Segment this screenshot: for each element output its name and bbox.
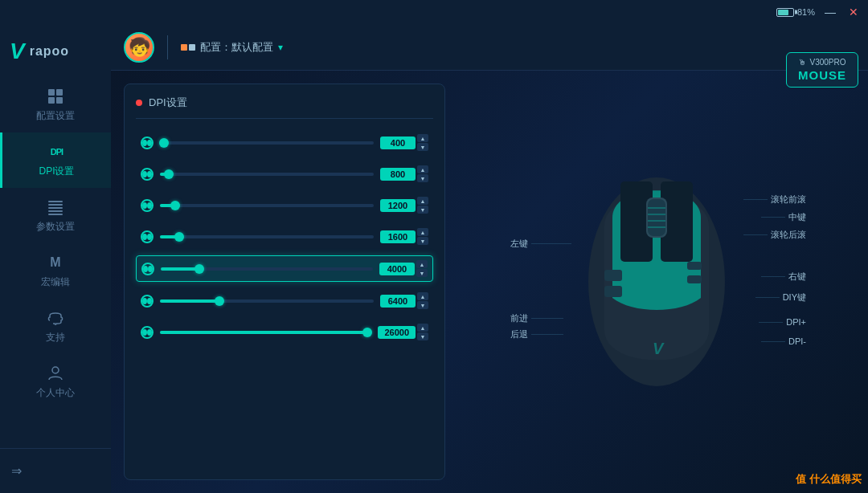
sidebar-label-config: 配置设置 — [36, 109, 75, 123]
mouse-svg: V — [560, 121, 753, 410]
stepper-down-1[interactable]: ▼ — [417, 143, 428, 151]
stepper-down-7[interactable]: ▼ — [417, 332, 428, 340]
battery-icon — [776, 8, 794, 17]
stepper-down-2[interactable]: ▼ — [417, 174, 428, 182]
slider-track-4 — [160, 235, 374, 238]
slider-container-6[interactable] — [160, 295, 374, 308]
slider-container-5[interactable] — [161, 263, 373, 275]
label-left-btn: 左键 — [510, 238, 571, 250]
support-icon — [46, 308, 65, 328]
dpi-stepper-4: ▲ ▼ — [417, 228, 428, 245]
svg-rect-22 — [604, 270, 622, 281]
slider-thumb-1[interactable] — [159, 138, 169, 148]
profile-icon — [46, 364, 65, 383]
logo-v-icon: V — [10, 39, 25, 64]
stepper-down-6[interactable]: ▼ — [417, 301, 428, 309]
dpi-value-4: 1600 — [380, 230, 416, 243]
main-content: 🧒 配置：默认配置 ▾ 🖱 V300PRO MOUSE DPI设置 — [111, 24, 868, 493]
radio-btn-6[interactable] — [141, 295, 154, 308]
stepper-up-5[interactable]: ▲ — [416, 260, 428, 268]
dropdown-arrow-icon[interactable]: ▾ — [278, 42, 283, 53]
stepper-up-4[interactable]: ▲ — [417, 228, 428, 236]
stepper-down-5[interactable]: ▼ — [416, 269, 428, 277]
battery-fill — [778, 10, 789, 15]
dpi-row-1[interactable]: 400 ▲ ▼ — [136, 130, 433, 155]
radio-btn-3[interactable] — [141, 199, 154, 212]
radio-btn-1[interactable] — [141, 136, 154, 149]
title-bar: 81% — ✕ — [0, 0, 868, 24]
slider-thumb-2[interactable] — [164, 169, 174, 179]
sidebar-item-profile[interactable]: 个人中心 — [0, 354, 111, 409]
radio-btn-4[interactable] — [141, 230, 154, 243]
sidebar-item-support[interactable]: 支持 — [0, 299, 111, 354]
dpi-value-box-6: 6400 ▲ ▼ — [380, 292, 428, 309]
stepper-down-4[interactable]: ▼ — [417, 237, 428, 245]
slider-container-4[interactable] — [160, 230, 374, 243]
label-scroll-down: 滚轮后滚 — [743, 229, 806, 241]
dpi-value-5: 4000 — [379, 263, 415, 275]
dpi-icon: DPI — [47, 142, 67, 161]
sidebar-item-params[interactable]: 参数设置 — [0, 188, 111, 243]
svg-rect-3 — [56, 97, 63, 104]
slider-thumb-3[interactable] — [170, 201, 180, 210]
stepper-up-3[interactable]: ▲ — [417, 197, 428, 205]
dpi-panel: DPI设置 400 ▲ ▼ — [124, 84, 445, 480]
stepper-up-7[interactable]: ▲ — [417, 324, 428, 332]
slider-container-3[interactable] — [160, 199, 374, 212]
slider-container-1[interactable] — [160, 136, 374, 149]
avatar[interactable]: 🧒 — [124, 32, 154, 63]
slider-track-5 — [161, 267, 373, 271]
nav-bottom-icon: ⇒ — [11, 463, 22, 479]
sidebar-label-params: 参数设置 — [36, 220, 75, 234]
svg-point-9 — [52, 367, 59, 373]
svg-rect-1 — [56, 89, 63, 96]
label-right-btn: 右键 — [761, 271, 806, 283]
slider-thumb-6[interactable] — [215, 296, 224, 306]
sidebar-label-profile: 个人中心 — [36, 386, 75, 400]
minimize-button[interactable]: — — [821, 4, 839, 20]
dpi-value-6: 6400 — [380, 295, 416, 308]
dpi-row-5[interactable]: 4000 ▲ ▼ — [136, 255, 433, 282]
dpi-value-7: 26000 — [378, 326, 416, 339]
profile-selector[interactable]: 配置：默认配置 ▾ — [181, 40, 283, 55]
dpi-row-2[interactable]: 800 ▲ ▼ — [136, 161, 433, 186]
stepper-up-1[interactable]: ▲ — [417, 134, 428, 142]
dpi-value-2: 800 — [380, 168, 416, 181]
dpi-stepper-3: ▲ ▼ — [417, 197, 428, 214]
sidebar-nav-bottom-item[interactable]: ⇒ — [6, 458, 104, 483]
slider-thumb-5[interactable] — [194, 264, 204, 274]
close-button[interactable]: ✕ — [845, 4, 862, 20]
sidebar-item-config[interactable]: 配置设置 — [0, 77, 111, 132]
sidebar-item-macro[interactable]: M 宏编辑 — [0, 243, 111, 299]
slider-track-2 — [160, 173, 374, 176]
dpi-panel-title: DPI设置 — [149, 96, 187, 110]
dpi-row-4[interactable]: 1600 ▲ ▼ — [136, 224, 433, 249]
radio-btn-2[interactable] — [141, 168, 154, 181]
slider-track-6 — [160, 299, 374, 303]
logo-rapoo-text: rapoo — [30, 44, 69, 59]
label-forward: 前进 — [510, 312, 563, 324]
svg-rect-5 — [48, 204, 63, 206]
dpi-row-6[interactable]: 6400 ▲ ▼ — [136, 288, 433, 313]
dpi-value-box-5: 4000 ▲ ▼ — [379, 260, 428, 277]
svg-rect-14 — [648, 199, 665, 236]
stepper-down-3[interactable]: ▼ — [417, 206, 428, 214]
stepper-up-6[interactable]: ▲ — [417, 292, 428, 300]
stepper-up-2[interactable]: ▲ — [417, 165, 428, 173]
svg-rect-0 — [48, 89, 55, 96]
label-scroll-up: 滚轮前滚 — [743, 194, 806, 206]
slider-thumb-4[interactable] — [174, 232, 184, 242]
label-dpi-plus: DPI+ — [759, 317, 806, 327]
dpi-value-1: 400 — [380, 136, 416, 149]
slider-container-7[interactable] — [160, 326, 371, 339]
slider-thumb-7[interactable] — [362, 328, 372, 337]
label-middle: 中键 — [761, 211, 806, 223]
radio-btn-7[interactable] — [141, 326, 154, 339]
sidebar-item-dpi[interactable]: DPI DPI设置 — [0, 132, 111, 188]
slider-container-2[interactable] — [160, 168, 374, 181]
radio-btn-5[interactable] — [141, 263, 154, 275]
device-badge: 🖱 V300PRO MOUSE — [786, 52, 858, 88]
dpi-row-3[interactable]: 1200 ▲ ▼ — [136, 193, 433, 218]
dpi-row-7[interactable]: 26000 ▲ ▼ — [136, 320, 433, 344]
dpi-value-3: 1200 — [380, 199, 416, 212]
